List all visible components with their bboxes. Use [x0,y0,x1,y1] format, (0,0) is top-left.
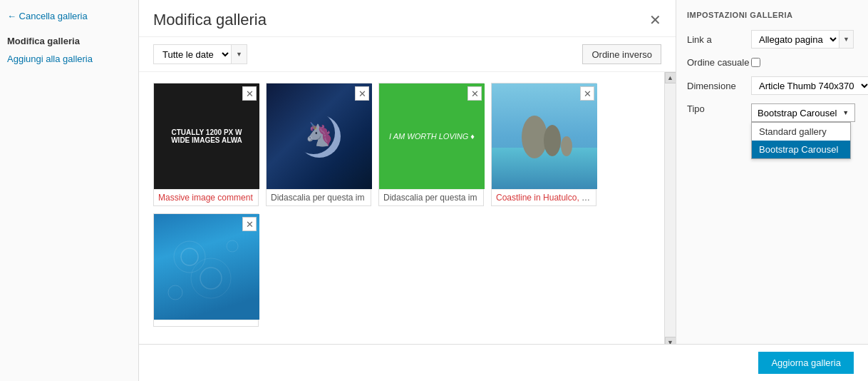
tipo-option-bootstrap[interactable]: Bootstrap Carousel [752,141,850,158]
link-a-label: Link a [687,34,751,45]
gallery-item-remove-button[interactable]: ✕ [580,86,594,101]
gallery-item-caption: Didascalia per questa im [379,189,483,205]
tipo-current-value: Bootstrap Carousel [758,108,837,118]
page-title: Modifica galleria [153,11,267,29]
svg-point-2 [522,116,547,158]
gallery-scroll-area: ✕ CTUALLY 1200 PX WWIDE IMAGES ALWA Mass… [139,72,676,381]
close-button[interactable]: ✕ [649,13,661,27]
svg-point-4 [561,136,572,156]
link-a-select-wrapper: Allegato pagina ▼ [751,30,854,49]
tipo-label: Tipo [687,103,751,114]
settings-title: IMPOSTAZIONI GALLERIA [687,11,857,19]
gallery-item-remove-button[interactable]: ✕ [242,217,257,231]
random-order-label: Ordine casuale [687,57,751,68]
tipo-option-standard[interactable]: Standard gallery [752,123,850,141]
gallery-item-image: ✕ [492,83,597,189]
gallery-container: ✕ CTUALLY 1200 PX WWIDE IMAGES ALWA Mass… [139,72,664,348]
tipo-dropdown: Standard gallery Bootstrap Carousel [751,122,851,159]
random-order-checkbox[interactable] [751,58,760,67]
gallery-item: ✕ [491,83,596,206]
svg-rect-1 [492,148,597,189]
gallery-item-image: ✕ 🦄 [267,83,372,189]
gallery-item-remove-button[interactable]: ✕ [355,86,369,101]
gallery-item-image: ✕ I AM WORTH LOVING ♦ [379,83,485,189]
gallery-caption-link[interactable]: Massive image comment [158,193,253,203]
date-filter-wrapper: Tutte le date [153,44,247,64]
tipo-row: Tipo Bootstrap Carousel Standard gallery… [687,103,857,122]
dimension-select-wrapper: Article Thumb 740x370 ▼ [751,76,868,95]
dimension-label: Dimensione [687,81,751,91]
sidebar-title: Modifica galleria [7,36,131,46]
gallery-item-caption: Coastline in Huatulco, Oa [492,189,596,205]
dimension-row: Dimensione Article Thumb 740x370 ▼ [687,76,857,95]
back-link[interactable]: ← Cancella galleria [7,11,131,21]
footer: Aggiorna galleria [139,344,676,381]
tipo-wrapper: Bootstrap Carousel Standard gallery Boot… [751,103,855,122]
gallery-caption-link[interactable]: Coastline in Huatulco, Oa [496,193,593,203]
link-a-select-arrow[interactable]: ▼ [839,30,854,49]
gallery-item-caption: Massive image comment [154,189,258,205]
random-order-row: Ordine casuale [687,57,857,68]
sidebar: ← Cancella galleria Modifica galleria Ag… [0,0,139,381]
tipo-select-button[interactable]: Bootstrap Carousel [751,103,855,122]
svg-point-3 [544,125,561,156]
scroll-track [665,83,676,337]
main-content: Modifica galleria ✕ Tutte le date Ordine… [139,0,676,381]
date-filter-select[interactable]: Tutte le date [153,44,232,64]
gallery-item: ✕ I AM WORTH LOVING ♦ Didascalia per que… [378,83,484,206]
date-select-arrow[interactable] [232,44,247,64]
gallery-item-image: ✕ CTUALLY 1200 PX WWIDE IMAGES ALWA [154,83,259,189]
toolbar: Tutte le date Ordine inverso [139,37,676,72]
gallery-item: ✕ CTUALLY 1200 PX WWIDE IMAGES ALWA Mass… [153,83,259,206]
dimension-select[interactable]: Article Thumb 740x370 [751,76,868,95]
gallery-item-remove-button[interactable]: ✕ [467,86,482,101]
gallery-item-remove-button[interactable]: ✕ [242,86,257,101]
settings-panel: IMPOSTAZIONI GALLERIA Link a Allegato pa… [676,0,868,381]
gallery-item: ✕ [153,213,259,327]
gallery-item-image: ✕ [154,214,259,320]
main-header: Modifica galleria ✕ [139,0,676,37]
gallery-item-caption [154,320,258,326]
gallery-scrollbar: ▲ ▼ [664,72,676,348]
gallery-item-caption: Didascalia per questa im [267,189,371,205]
reverse-order-button[interactable]: Ordine inverso [582,44,661,64]
add-to-gallery-link[interactable]: Aggiungi alla galleria [7,54,93,64]
gallery-item: ✕ 🦄 Didascalia per questa im [266,83,371,206]
link-a-row: Link a Allegato pagina ▼ [687,30,857,49]
scroll-up-arrow[interactable]: ▲ [665,72,676,83]
link-a-select[interactable]: Allegato pagina [751,30,839,49]
app-container: ← Cancella galleria Modifica galleria Ag… [0,0,868,381]
